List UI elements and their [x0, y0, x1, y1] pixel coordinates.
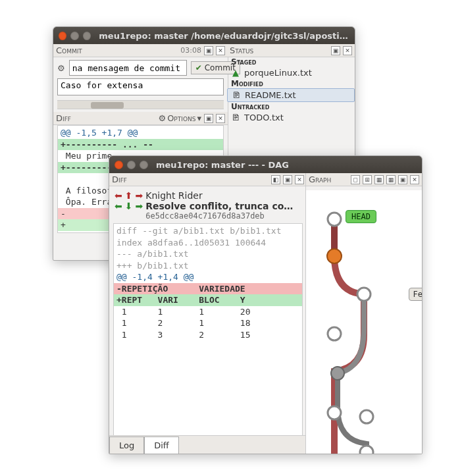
- svg-point-4: [331, 367, 344, 380]
- diff-line: 1 1 1 20: [114, 306, 302, 318]
- branch-tag[interactable]: Fe: [409, 288, 422, 301]
- diff-line: +REPT VARI BLOC Y: [114, 294, 302, 306]
- pane-undock-button[interactable]: ▣: [204, 46, 213, 55]
- pane-close-button[interactable]: ✕: [216, 114, 225, 123]
- grid2-button[interactable]: ▦: [386, 175, 396, 184]
- options-button[interactable]: Options ▾: [158, 113, 201, 123]
- grid1-button[interactable]: ▦: [374, 175, 384, 184]
- pane-undock-button[interactable]: ▣: [204, 114, 213, 123]
- zoom-fit-button[interactable]: ◻: [351, 175, 360, 184]
- time-label: 03:08: [180, 46, 201, 55]
- modified-file[interactable]: 🖹 README.txt: [227, 88, 355, 102]
- window-title: meu1repo: master /home/eduardojr/gitc3sl…: [99, 31, 349, 41]
- titlebar[interactable]: meu1repo: master /home/eduardojr/gitc3sl…: [53, 27, 355, 44]
- diff-line: diff --git a/bib1.txt b/bib1.txt: [114, 225, 302, 237]
- staged-icon: ▲: [231, 68, 240, 78]
- diff-pane-title: Diff: [56, 113, 71, 123]
- diff-line: 1 3 2 15: [114, 329, 302, 341]
- gear-icon: [158, 113, 166, 123]
- head-tag[interactable]: HEAD: [346, 210, 376, 223]
- graph-pane-header: Graph ◻ ⊞ ▦ ▦ ▣ ✕: [306, 173, 422, 186]
- pane-close-button[interactable]: ✕: [343, 46, 352, 55]
- file-icon: 🖹: [232, 90, 241, 100]
- diff-pane-header: Diff Options ▾ ▣ ✕: [53, 112, 228, 125]
- diff-pane-header: Diff ◧ ▣ ✕: [109, 173, 307, 186]
- svg-point-1: [327, 249, 342, 263]
- commit-message-input[interactable]: [69, 60, 187, 76]
- close-button[interactable]: [59, 32, 66, 40]
- status-pane-title: Status: [230, 45, 253, 55]
- graph-canvas[interactable]: HEAD Fe: [306, 190, 422, 454]
- graph-pane-title: Graph: [309, 174, 331, 184]
- gear-icon[interactable]: [57, 63, 65, 73]
- commit-subject: Resolve conflito, trunca co…: [145, 201, 301, 211]
- commit-icon: ✔: [195, 63, 202, 72]
- prev-left-icon[interactable]: ⬅: [115, 190, 122, 201]
- commit-author: Knight Rider: [145, 190, 301, 201]
- diff-line: @@ -1,5 +1,7 @@: [58, 127, 223, 139]
- diff-pane-title: Diff: [112, 174, 127, 184]
- staged-section: Staged: [227, 57, 355, 66]
- svg-point-5: [328, 406, 341, 419]
- svg-point-2: [357, 288, 371, 301]
- maximize-button[interactable]: [83, 32, 91, 40]
- file-name: README.txt: [245, 90, 296, 100]
- titlebar[interactable]: meu1repo: master --- - DAG: [109, 156, 422, 173]
- diff-line: +++ b/bib1.txt: [114, 260, 302, 272]
- pane-close-button[interactable]: ✕: [295, 175, 304, 184]
- minimize-button[interactable]: [70, 32, 78, 40]
- pane-back-button[interactable]: ◧: [271, 175, 280, 184]
- svg-point-7: [360, 446, 373, 454]
- pane-undock-button[interactable]: ▣: [331, 46, 340, 55]
- commit-description-input[interactable]: Caso for extensa: [57, 78, 224, 95]
- prev-up-icon[interactable]: ⬆: [125, 190, 133, 201]
- maximize-button[interactable]: [140, 161, 148, 169]
- diff-view[interactable]: diff --git a/bib1.txt b/bib1.txtindex a8…: [113, 223, 303, 435]
- status-pane-header: Status ▣ ✕: [227, 44, 355, 57]
- pane-close-button[interactable]: ✕: [216, 46, 225, 55]
- file-name: porqueLinux.txt: [244, 68, 312, 78]
- commit-pane-title: Commit: [56, 45, 82, 55]
- commit-pane-header: Commit 03:08 ▣ ✕: [53, 44, 228, 57]
- modified-section: Modified: [227, 79, 355, 88]
- zoom-in-button[interactable]: ⊞: [363, 175, 372, 184]
- svg-point-3: [328, 327, 341, 340]
- next-left-icon[interactable]: ⬅: [115, 201, 122, 211]
- file-icon: 🖹: [231, 113, 240, 122]
- pane-close-button[interactable]: ✕: [410, 175, 419, 184]
- git-dag-window: meu1repo: master --- - DAG Diff ◧ ▣ ✕ ⬅ …: [109, 155, 423, 454]
- diff-line: --- a/bib1.txt: [114, 248, 302, 260]
- commit-hash: 6e5dcc8ae04c71676d8a37deb: [145, 211, 301, 221]
- diff-line: @@ -1,4 +1,4 @@: [114, 271, 302, 283]
- next-down-icon[interactable]: ⬇: [125, 201, 133, 211]
- diff-line: +---------- ... --: [58, 139, 223, 151]
- close-button[interactable]: [115, 161, 123, 169]
- untracked-section: Untracked: [227, 102, 355, 111]
- svg-point-6: [360, 410, 373, 423]
- prev-right-icon[interactable]: ➡: [135, 190, 143, 201]
- chevron-down-icon: ▾: [197, 113, 201, 123]
- staged-file[interactable]: ▲ porqueLinux.txt: [227, 66, 355, 79]
- pane-undock-button[interactable]: ▣: [398, 175, 407, 184]
- next-right-icon[interactable]: ➡: [135, 201, 143, 211]
- svg-point-0: [328, 213, 341, 226]
- untracked-file[interactable]: 🖹 TODO.txt: [227, 111, 355, 124]
- file-name: TODO.txt: [244, 113, 284, 122]
- window-title: meu1repo: master --- - DAG: [156, 160, 289, 170]
- pane-undock-button[interactable]: ▣: [283, 175, 292, 184]
- diff-line: 1 2 1 18: [114, 317, 302, 329]
- tab-log[interactable]: Log: [109, 436, 144, 454]
- h-scrollbar[interactable]: [57, 100, 224, 109]
- tab-diff[interactable]: Diff: [144, 436, 179, 454]
- minimize-button[interactable]: [127, 161, 136, 169]
- tab-bar: Log Diff: [109, 435, 307, 454]
- diff-line: index a8dfaa6..1d05031 100644: [114, 237, 302, 249]
- diff-line: -REPETIÇÃO VARIEDADE: [114, 283, 302, 295]
